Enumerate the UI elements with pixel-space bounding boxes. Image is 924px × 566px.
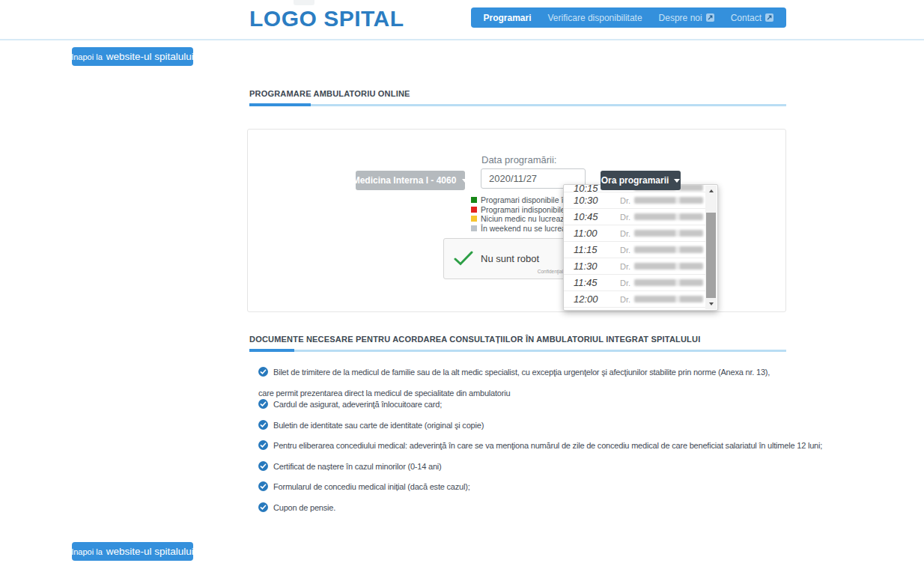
external-link-icon [706,13,714,22]
check-circle-icon [258,364,268,383]
back-to-website-button-top[interactable]: Inapoi la website-ul spitalului [72,47,193,66]
check-circle-icon [258,499,268,519]
department-select[interactable]: Medicina Interna I - 4060 [356,171,465,190]
scroll-down-icon[interactable] [705,299,717,309]
section-underline [249,103,786,106]
header-artifact [294,0,314,5]
document-list-item: Pentru eliberarea concediului medical: a… [258,436,786,457]
time-select-button[interactable]: Ora programarii [601,171,681,190]
scrollbar-thumb[interactable] [706,213,716,298]
check-circle-icon [258,458,268,478]
date-label: Data programării: [481,154,556,165]
dropdown-scrollbar[interactable] [705,186,717,309]
document-list-item: Certificat de naștere în cazul minorilor… [258,457,786,478]
time-slot-option[interactable]: 11:00 Dr. [564,225,705,242]
time-slot-option[interactable]: 11:15 Dr. [564,242,705,258]
hospital-logo: LOGO SPITAL [249,6,404,31]
section-title: PROGRAMARE AMBULATORIU ONLINE [249,89,786,98]
check-circle-icon [258,396,268,416]
document-list-item: Buletin de identitate sau carte de ident… [258,416,786,436]
nav-item-programari[interactable]: Programari [475,13,540,23]
document-list-item: Cupon de pensie. [258,498,786,519]
external-link-icon [765,13,773,22]
booking-section-heading: PROGRAMARE AMBULATORIU ONLINE [249,89,786,106]
legend-color-swatch-gray [471,225,477,231]
time-slot-option[interactable]: 10:30 Dr. [564,192,705,209]
time-slot-option[interactable]: 10:45 Dr. [564,209,705,225]
section-title: DOCUMENTE NECESARE PENTRU ACORDAREA CONS… [249,335,786,344]
document-list-item: Cardul de asigurat, adeverinţă înlocuito… [258,395,786,416]
doctor-name-redacted [634,230,703,237]
chevron-down-icon [674,179,680,183]
recaptcha-label: Nu sunt robot [481,253,539,264]
check-circle-icon [258,417,268,436]
doctor-name-redacted [634,213,703,220]
time-slot-option[interactable]: 11:45 Dr. [564,275,705,291]
legend-color-swatch-yellow [471,216,477,222]
doctor-name-redacted [634,246,703,253]
doctor-name-redacted [634,197,703,204]
time-slot-option[interactable]: 12:00 Dr. [564,291,705,308]
documents-section-heading: DOCUMENTE NECESARE PENTRU ACORDAREA CONS… [249,335,786,352]
scroll-up-icon[interactable] [705,186,717,196]
checkmark-icon [454,251,473,269]
doctor-name-redacted [634,263,703,270]
back-to-website-button-bottom[interactable]: Inapoi la website-ul spitalului [72,542,193,561]
nav-item-contact[interactable]: Contact [723,13,782,23]
nav-item-verificare-disponibilitate[interactable]: Verificare disponibilitate [540,13,651,23]
doctor-name-redacted [634,296,703,302]
main-navigation: Programari Verificare disponibilitate De… [471,7,787,28]
time-slot-option[interactable]: 11:30 Dr. [564,258,705,275]
nav-item-despre-noi[interactable]: Despre noi [651,13,723,23]
chevron-down-icon [462,179,468,183]
section-underline [249,349,786,352]
header-bar: LOGO SPITAL Programari Verificare dispon… [0,0,924,40]
page: LOGO SPITAL Programari Verificare dispon… [0,0,924,566]
doctor-name-redacted [634,279,703,286]
legend-color-swatch-green [471,197,477,203]
time-slot-dropdown: 10:15 Dr. 10:30 Dr. 10:45 Dr. [563,184,718,311]
document-list-item: Formularul de concediu medical inițial (… [258,477,786,498]
legend-color-swatch-red [471,207,477,213]
recaptcha-widget[interactable]: Nu sunt robot re Confidenţialita [443,238,572,279]
check-circle-icon [258,437,268,457]
check-circle-icon [258,478,268,498]
